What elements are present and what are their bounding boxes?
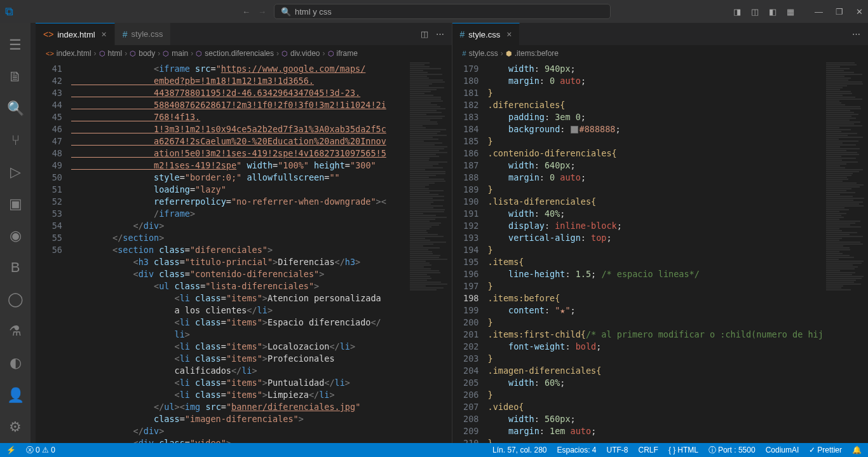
statusbar-right: Lín. 57, col. 280 Espacios: 4 UTF-8 CRLF… bbox=[492, 445, 862, 456]
more-actions-icon[interactable]: ⋯ bbox=[852, 29, 860, 39]
explorer-icon[interactable]: 🗎 bbox=[8, 61, 22, 93]
eol[interactable]: CRLF bbox=[639, 446, 658, 454]
layout-left-icon[interactable]: ◨ bbox=[733, 7, 741, 17]
settings-icon[interactable]: ⚙ bbox=[9, 411, 22, 443]
bold-b-icon[interactable]: B bbox=[11, 252, 20, 283]
editor-region: <> index.html × # style.css ◫ ⋯ <> index… bbox=[36, 23, 868, 443]
other-icon[interactable]: ◐ bbox=[10, 347, 22, 379]
command-center[interactable]: 🔍 html y css bbox=[274, 4, 611, 19]
tab-style-css[interactable]: # style.css bbox=[115, 23, 172, 45]
css-file-icon: # bbox=[123, 29, 128, 39]
code-left[interactable]: <iframe src="https://www.google.com/maps… bbox=[71, 62, 407, 443]
editor-body-left[interactable]: 41424344454647484950515253545556 <iframe… bbox=[36, 62, 452, 443]
statusbar-left: ⚡ ⓧ 0 ⚠ 0 bbox=[6, 445, 55, 456]
notifications-bell[interactable]: 🔔 bbox=[852, 446, 862, 454]
layout-bottom-icon[interactable]: ◫ bbox=[751, 7, 759, 17]
titlebar-left: ⧉ bbox=[5, 5, 13, 18]
extensions-icon[interactable]: ▣ bbox=[9, 188, 22, 220]
testing-icon[interactable]: ⚗ bbox=[9, 315, 22, 347]
status-bar: ⚡ ⓧ 0 ⚠ 0 Lín. 57, col. 280 Espacios: 4 … bbox=[0, 443, 868, 457]
remote-indicator[interactable]: ⚡ bbox=[6, 446, 16, 454]
nav-arrows: ← → bbox=[242, 7, 266, 17]
breadcrumb-left[interactable]: <> index.html › ⬡ html › ⬡ body › ⬡ main… bbox=[36, 45, 452, 62]
back-button[interactable]: ← bbox=[242, 7, 250, 17]
source-control-icon[interactable]: ⑂ bbox=[11, 125, 20, 156]
github-icon[interactable]: ◯ bbox=[8, 283, 24, 315]
encoding[interactable]: UTF-8 bbox=[607, 446, 628, 454]
editor-body-right[interactable]: 1791801811821831841851861871881891901911… bbox=[452, 62, 869, 443]
forward-button[interactable]: → bbox=[258, 7, 266, 17]
tabs-bar-left: <> index.html × # style.css ◫ ⋯ bbox=[36, 23, 452, 45]
titlebar-right: ◨ ◫ ◧ ▦ — ❐ ✕ bbox=[733, 7, 863, 17]
tab-label: style.css bbox=[132, 29, 163, 39]
gutter-left: 41424344454647484950515253545556 bbox=[36, 62, 71, 443]
close-icon[interactable]: × bbox=[506, 29, 512, 39]
tab-actions-right: ⋯ bbox=[844, 23, 868, 45]
code-right[interactable]: width: 940px; margin: 0 auto; } .diferen… bbox=[488, 62, 824, 443]
problems-indicator[interactable]: ⓧ 0 ⚠ 0 bbox=[26, 445, 55, 456]
indentation[interactable]: Espacios: 4 bbox=[557, 446, 596, 454]
tab-style-css-right[interactable]: # style.css × bbox=[452, 23, 520, 45]
activity-bar: ☰ 🗎 🔍 ⑂ ▷ ▣ ◉ B ◯ ⚗ ◐ 👤 ⚙ bbox=[0, 23, 31, 443]
prettier[interactable]: ✓ Prettier bbox=[809, 446, 842, 454]
gutter-right: 1791801811821831841851861871881891901911… bbox=[452, 62, 488, 443]
codiumai[interactable]: CodiumAI bbox=[766, 446, 799, 454]
breadcrumb-right[interactable]: # style.css › ⬢ .items:before bbox=[452, 45, 869, 62]
run-debug-icon[interactable]: ▷ bbox=[10, 156, 21, 188]
maximize-button[interactable]: ❐ bbox=[836, 7, 843, 17]
editor-group-left: <> index.html × # style.css ◫ ⋯ <> index… bbox=[36, 23, 452, 443]
tabs-bar-right: # style.css × ⋯ bbox=[452, 23, 869, 45]
vscode-icon: ⧉ bbox=[5, 5, 13, 18]
minimap-left[interactable] bbox=[407, 62, 452, 443]
minimize-button[interactable]: — bbox=[815, 7, 823, 17]
menu-button[interactable]: ☰ bbox=[9, 29, 22, 61]
more-actions-icon[interactable]: ⋯ bbox=[436, 29, 444, 39]
cursor-position[interactable]: Lín. 57, col. 280 bbox=[492, 446, 546, 454]
tab-label: index.html bbox=[57, 30, 95, 39]
layout-customize-icon[interactable]: ▦ bbox=[787, 7, 794, 17]
minimap-right[interactable] bbox=[824, 62, 868, 443]
main-area: ☰ 🗎 🔍 ⑂ ▷ ▣ ◉ B ◯ ⚗ ◐ 👤 ⚙ <> index.html … bbox=[0, 23, 868, 443]
split-editor-icon[interactable]: ◫ bbox=[421, 29, 428, 39]
layout-right-icon[interactable]: ◧ bbox=[769, 7, 776, 17]
accounts-icon[interactable]: 👤 bbox=[7, 379, 24, 411]
live-server[interactable]: ⓘ Port : 5500 bbox=[709, 445, 756, 456]
close-window-button[interactable]: ✕ bbox=[856, 7, 863, 17]
tab-label: style.css bbox=[468, 30, 500, 39]
title-bar: ⧉ ← → 🔍 html y css ◨ ◫ ◧ ▦ — ❐ ✕ bbox=[0, 0, 868, 23]
language-mode[interactable]: { } HTML bbox=[668, 446, 698, 454]
edge-icon[interactable]: ◉ bbox=[10, 220, 22, 252]
search-icon[interactable]: 🔍 bbox=[7, 93, 24, 125]
search-icon: 🔍 bbox=[281, 7, 291, 17]
close-icon[interactable]: × bbox=[102, 29, 107, 39]
window-controls: — ❐ ✕ bbox=[815, 7, 863, 17]
css-file-icon: # bbox=[460, 29, 465, 39]
search-text: html y css bbox=[295, 7, 332, 17]
sidebar-sash[interactable] bbox=[31, 23, 36, 443]
editor-group-right: # style.css × ⋯ # style.css › ⬢ .items:b… bbox=[452, 23, 869, 443]
tab-actions-left: ◫ ⋯ bbox=[413, 23, 452, 45]
html-file-icon: <> bbox=[43, 29, 53, 39]
tab-index-html[interactable]: <> index.html × bbox=[36, 23, 115, 45]
